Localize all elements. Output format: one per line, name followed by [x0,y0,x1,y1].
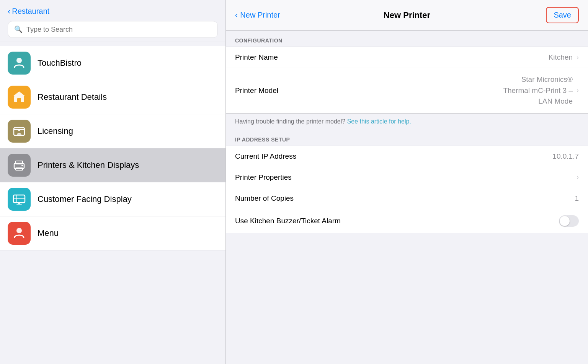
sidebar-item-customer-facing-display[interactable]: Customer Facing Display [0,182,225,216]
ip-address-section-header: IP ADDRESS SETUP [226,130,588,146]
sidebar-item-menu[interactable]: Menu [0,216,225,250]
printer-properties-chevron-icon: › [577,173,579,181]
number-of-copies-value-group: 1 [575,194,579,203]
svg-rect-15 [16,204,22,205]
sidebar-item-restaurant-details[interactable]: Restaurant Details [0,80,225,114]
printer-model-chevron-icon: › [577,86,579,94]
printer-name-value-group: Kitchen › [549,53,579,62]
menu-icon [8,222,31,245]
printer-name-label: Printer Name [235,53,278,62]
touchbistro-icon [8,52,31,75]
printer-properties-row[interactable]: Printer Properties › [226,167,588,188]
sidebar-item-menu-label: Menu [38,228,59,238]
sidebar-item-licensing[interactable]: Licensing [0,114,225,148]
svg-point-10 [21,165,23,166]
right-panel: ‹ New Printer New Printer Save CONFIGURA… [226,0,588,364]
configuration-section-header: CONFIGURATION [226,31,588,47]
printer-name-value: Kitchen [549,53,573,62]
save-button[interactable]: Save [546,7,579,23]
kitchen-buzzer-row[interactable]: Use Kitchen Buzzer/Ticket Alarm [226,209,588,233]
configuration-group: Printer Name Kitchen › Printer Model Sta… [226,47,588,114]
ip-address-group: Current IP Address 10.0.1.7 Printer Prop… [226,146,588,233]
sidebar-item-touchbistro-label: TouchBistro [38,58,82,68]
search-input[interactable] [26,26,211,34]
printer-model-label: Printer Model [235,86,278,95]
kitchen-buzzer-toggle[interactable] [559,215,579,227]
help-link[interactable]: See this article for help. [347,118,411,125]
printer-model-value-group: Star Micronics®Thermal mC-Print 3 –LAN M… [503,74,579,107]
back-new-printer-chevron-icon: ‹ [235,10,238,20]
number-of-copies-label: Number of Copies [235,194,294,203]
help-text: Having trouble finding the printer model… [226,114,588,130]
right-content: CONFIGURATION Printer Name Kitchen › Pri… [226,31,588,364]
back-chevron-icon: ‹ [8,7,10,16]
licensing-icon [8,120,31,143]
sidebar-item-licensing-label: Licensing [38,126,73,136]
printer-name-row[interactable]: Printer Name Kitchen › [226,47,588,68]
printer-properties-label: Printer Properties [235,173,292,182]
customer-facing-display-icon [8,188,31,211]
help-text-label: Having trouble finding the printer model… [235,118,345,125]
sidebar-item-printers-kitchen[interactable]: Printers & Kitchen Displays [0,148,225,182]
current-ip-label: Current IP Address [235,152,296,161]
svg-point-0 [16,58,22,63]
back-restaurant-label: Restaurant [12,7,49,16]
printer-properties-value-group: › [577,173,579,181]
kitchen-buzzer-label: Use Kitchen Buzzer/Ticket Alarm [235,217,341,225]
printer-model-row[interactable]: Printer Model Star Micronics®Thermal mC-… [226,68,588,113]
current-ip-value-group: 10.0.1.7 [552,152,579,161]
back-new-printer-label: New Printer [240,11,280,20]
svg-rect-3 [17,98,21,102]
nav-list: TouchBistro Restaurant Details [0,42,225,364]
number-of-copies-row[interactable]: Number of Copies 1 [226,188,588,209]
svg-point-16 [16,228,22,233]
sidebar-item-restaurant-details-label: Restaurant Details [38,92,107,102]
sidebar-item-touchbistro[interactable]: TouchBistro [0,46,225,80]
svg-marker-2 [13,91,25,96]
kitchen-buzzer-toggle-knob [560,216,570,226]
search-icon: 🔍 [14,25,23,34]
search-bar[interactable]: 🔍 [8,21,218,38]
page-title: New Printer [384,10,430,20]
current-ip-value: 10.0.1.7 [552,152,579,161]
printers-kitchen-icon [8,154,31,177]
number-of-copies-value: 1 [575,194,579,203]
kitchen-buzzer-toggle-wrap[interactable] [559,215,579,227]
left-header: ‹ Restaurant 🔍 [0,0,225,42]
sidebar-item-customer-facing-display-label: Customer Facing Display [38,194,132,204]
back-new-printer-button[interactable]: ‹ New Printer [235,10,280,20]
printer-model-value: Star Micronics®Thermal mC-Print 3 –LAN M… [503,74,573,107]
restaurant-details-icon [8,86,31,109]
right-header: ‹ New Printer New Printer Save [226,0,588,31]
current-ip-row[interactable]: Current IP Address 10.0.1.7 [226,146,588,167]
left-panel: ‹ Restaurant 🔍 TouchBistro [0,0,226,364]
sidebar-item-printers-kitchen-label: Printers & Kitchen Displays [38,160,139,170]
printer-name-chevron-icon: › [577,54,579,62]
back-restaurant-button[interactable]: ‹ Restaurant [8,7,218,16]
